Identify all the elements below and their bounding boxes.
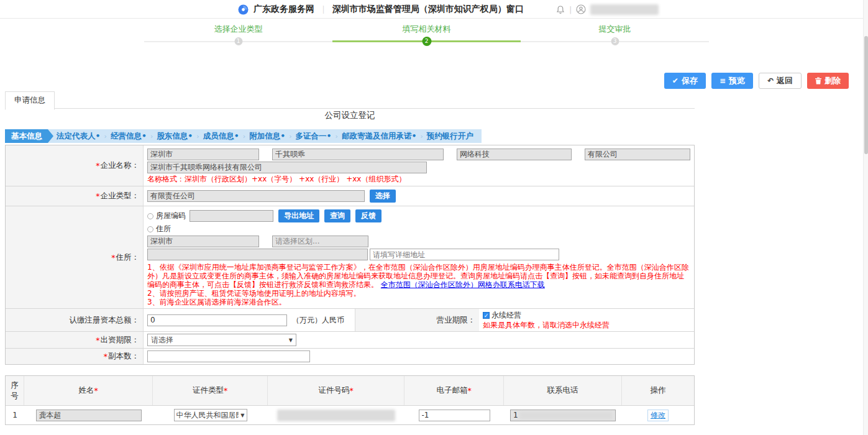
- step-label: 填写相关材料: [332, 22, 521, 36]
- address-label: * 住所：: [6, 206, 144, 308]
- step-dot: 3: [611, 37, 619, 45]
- tab-postal-credit[interactable]: 邮政寄递及信用承诺•: [339, 131, 420, 142]
- col-email: 电子邮箱*: [404, 376, 504, 405]
- row-index: 1: [6, 406, 24, 424]
- address-city-input: [147, 236, 259, 247]
- gov-logo-icon: [238, 4, 249, 15]
- main-tab-strip: 申请信息: [5, 91, 695, 109]
- step-choose-type: 选择企业类型 1: [144, 22, 332, 50]
- export-address-button[interactable]: 导出地址: [278, 209, 319, 222]
- scrollbar-track[interactable]: [863, 0, 868, 435]
- tab-bank-appointment[interactable]: 预约银行开户: [424, 131, 477, 142]
- tab-shareholder-info[interactable]: 股东信息•: [153, 131, 196, 142]
- name-format-hint: 名称格式：深圳市（行政区划）+xx（字号） +xx（行业） +xx（组织形式）: [147, 175, 690, 184]
- enterprise-name-row: * 企业名称： 名称格式：深圳市（行政区划）+xx（字号） +xx（行业） +x…: [6, 145, 694, 186]
- residence-radio[interactable]: [147, 226, 153, 232]
- tab-legal-representative[interactable]: 法定代表人•: [53, 131, 104, 142]
- name-city-input: [147, 149, 259, 160]
- window-title: 深圳市市场监督管理局（深圳市知识产权局）窗口: [332, 4, 524, 15]
- copies-row: * 副本数：: [6, 349, 694, 364]
- action-toolbar: ✔ 保存 ≡ 预览 ↶ 返回 删除: [0, 73, 868, 89]
- page-title: 公司设立登记: [0, 110, 700, 121]
- house-code-radio[interactable]: [147, 213, 153, 219]
- tab-basic-info[interactable]: 基本信息: [5, 129, 53, 143]
- address-street-input: [147, 249, 368, 260]
- copies-input[interactable]: [147, 350, 310, 362]
- house-code-radio-label: 房屋编码: [156, 211, 186, 221]
- phone-redacted: [519, 411, 613, 419]
- id-number-redacted: [277, 410, 395, 421]
- address-row: * 住所： 房屋编码 导出地址 查询 反馈 住所: [6, 206, 694, 309]
- trash-icon: [815, 77, 821, 85]
- list-icon: ≡: [720, 76, 726, 85]
- member-table: 序号 姓名* 证件类型* 证件号码* 电子邮箱* 联系电话 操作 1 中华人民共…: [5, 375, 695, 425]
- query-button[interactable]: 查询: [324, 209, 350, 222]
- header-divider: ｜: [319, 4, 327, 15]
- tab-application-info[interactable]: 申请信息: [5, 91, 55, 110]
- copies-label: * 副本数：: [6, 349, 144, 364]
- bell-icon[interactable]: [556, 5, 565, 14]
- house-code-input: [190, 210, 273, 222]
- member-name-input: [36, 410, 142, 421]
- tab-business-info[interactable]: 经营信息•: [107, 131, 150, 142]
- residence-radio-label: 住所: [156, 224, 171, 234]
- feedback-button[interactable]: 反馈: [355, 209, 381, 222]
- registered-capital-input[interactable]: [147, 314, 287, 326]
- header-user-area: |: [556, 0, 659, 19]
- contribution-term-select[interactable]: 请选择 ▼: [147, 334, 296, 346]
- address-hint-2: 2、请按照房产证、租赁凭证等场地使用证明上的地址内容填写。: [147, 289, 690, 298]
- member-email-input[interactable]: [419, 410, 490, 421]
- col-id-type: 证件类型*: [153, 376, 268, 405]
- registered-capital-label: 认缴注册资本总额：: [6, 309, 144, 331]
- step-fill-materials: 填写相关材料 2: [332, 22, 521, 50]
- preview-button[interactable]: ≡ 预览: [711, 73, 753, 89]
- page: 广东政务服务网 ｜ 深圳市市场监督管理局（深圳市知识产权局）窗口 |: [0, 0, 868, 435]
- id-type-select[interactable]: 中华人民共和国居民 ▼: [174, 409, 247, 421]
- business-term-hint: 如果是具体年数，请取消选中永续经营: [483, 321, 690, 330]
- contribution-term-label: * 出资期限：: [6, 332, 144, 348]
- enterprise-name-label: * 企业名称：: [6, 145, 144, 186]
- col-action: 操作: [622, 376, 694, 405]
- enterprise-type-input: [147, 190, 365, 202]
- choose-type-button[interactable]: 选择: [370, 190, 396, 203]
- step-dot: 1: [234, 37, 242, 45]
- perpetual-operation-checkbox[interactable]: ✓: [483, 312, 490, 319]
- col-name: 姓名*: [24, 376, 153, 405]
- header-right-divider: |: [569, 5, 572, 14]
- save-button[interactable]: ✔ 保存: [664, 73, 706, 89]
- name-industry-input: [457, 149, 572, 160]
- check-icon: ✔: [672, 76, 678, 85]
- modify-button[interactable]: 修改: [647, 410, 669, 421]
- step-label: 提交审批: [521, 22, 709, 36]
- tab-additional-info[interactable]: 附加信息•: [246, 131, 288, 142]
- back-button[interactable]: ↶ 返回: [759, 73, 802, 89]
- grid-phone-download-link[interactable]: 全市范围（深汕合作区除外）网格办联系电话下载: [381, 280, 545, 289]
- chevron-down-icon: ▼: [289, 337, 293, 343]
- return-arrow-icon: ↶: [767, 76, 774, 85]
- user-name-redacted[interactable]: [590, 4, 659, 15]
- member-table-header: 序号 姓名* 证件类型* 证件号码* 电子邮箱* 联系电话 操作: [6, 376, 694, 405]
- perpetual-operation-label: 永续经营: [491, 310, 521, 321]
- col-index: 序号: [6, 376, 24, 405]
- address-district-select[interactable]: [272, 236, 368, 247]
- delete-button[interactable]: 删除: [807, 73, 849, 89]
- tab-multi-cert[interactable]: 多证合一•: [293, 131, 335, 142]
- capital-unit: （万元）人民币: [292, 315, 344, 326]
- member-phone-input: 1: [510, 410, 616, 421]
- col-phone: 联系电话: [504, 376, 622, 405]
- col-id-number: 证件号码*: [268, 376, 404, 405]
- enterprise-type-label: * 企业类型：: [6, 186, 144, 206]
- tab-member-info[interactable]: 成员信息•: [200, 131, 242, 142]
- scrollbar-thumb[interactable]: [864, 36, 868, 154]
- address-hints: 1、依据《深圳市应用统一地址库加强商事登记与监管工作方案》，在全市范围（深汕合作…: [147, 263, 690, 306]
- capital-term-row: 认缴注册资本总额： （万元）人民币 营业期限： ✓ 永续经营 如果是具体年数，请…: [6, 309, 694, 332]
- business-term-label: 营业期限：: [355, 309, 479, 331]
- member-row: 1 中华人民共和国居民 ▼ 1: [6, 405, 694, 424]
- user-avatar-icon[interactable]: [576, 4, 586, 14]
- step-label: 选择企业类型: [144, 22, 332, 36]
- address-detail-input[interactable]: [370, 249, 559, 260]
- contribution-term-row: * 出资期限： 请选择 ▼: [6, 332, 694, 349]
- top-header: 广东政务服务网 ｜ 深圳市市场监督管理局（深圳市知识产权局）窗口 |: [0, 0, 868, 19]
- header-title-group: 广东政务服务网 ｜ 深圳市市场监督管理局（深圳市知识产权局）窗口: [238, 0, 524, 19]
- name-brand-input: [272, 149, 444, 160]
